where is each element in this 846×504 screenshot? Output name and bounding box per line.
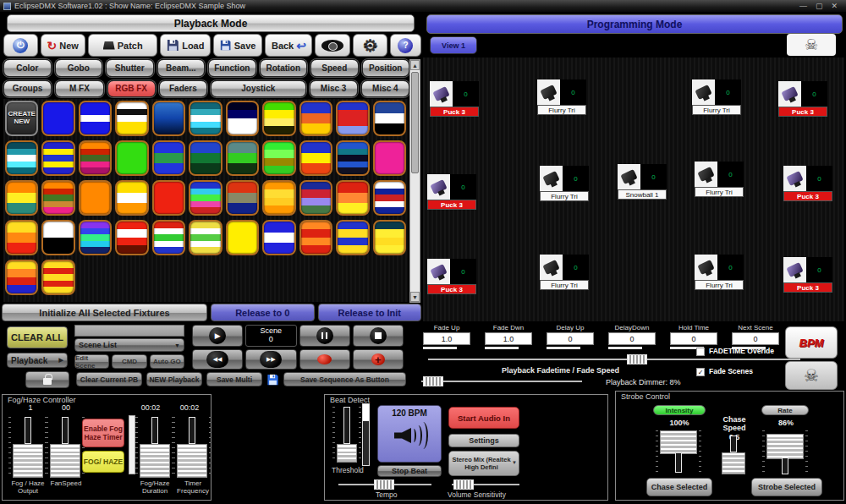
color-fx-swatch[interactable] [5,220,38,255]
fixture-puck-3[interactable]: 0Puck 3 [427,259,476,294]
tab-m-fx[interactable]: M FX [55,80,103,98]
chase-speed-fader[interactable] [722,436,745,474]
color-fx-swatch[interactable] [262,220,295,255]
fadetime-slider-thumb[interactable] [627,354,647,364]
fog-output-fader[interactable] [13,417,43,478]
rate-fader-grip[interactable] [766,434,804,459]
intensity-fader[interactable] [660,430,697,474]
fade-field-slider[interactable] [547,347,580,349]
dimmer-slider-thumb[interactable] [423,376,443,386]
intensity-pill-button[interactable]: Intensity [653,405,706,415]
threshold-fader-grip[interactable] [337,444,357,463]
color-fx-swatch[interactable] [336,101,369,136]
color-fx-swatch[interactable] [79,180,112,216]
minimize-button[interactable]: — [799,2,807,10]
color-fx-swatch[interactable] [152,220,185,255]
fade-field-input[interactable]: 0 [670,332,717,345]
maximize-button[interactable]: ▢ [816,2,823,10]
tab-speed[interactable]: Speed [310,59,359,77]
color-fx-swatch[interactable] [5,180,38,216]
tab-joystick[interactable]: Joystick [211,80,306,98]
color-fx-swatch[interactable] [226,140,259,176]
duration-fader-grip[interactable] [140,444,170,478]
tab-shutter[interactable]: Shutter [106,59,154,77]
programming-mode-header[interactable]: Programming Mode [426,14,843,34]
color-fx-swatch[interactable] [79,140,112,176]
color-fx-swatch[interactable] [152,140,185,176]
threshold-fader[interactable] [337,407,357,463]
pause-button[interactable] [299,325,350,347]
color-fx-swatch[interactable] [41,260,74,295]
tab-rotation[interactable]: Rotation [260,59,308,77]
color-fx-swatch[interactable] [336,180,369,216]
fixture-flurry-tri[interactable]: 0Flurry Tri [692,79,741,115]
playback-mode-header[interactable]: Playback Mode [7,14,415,32]
color-fx-swatch[interactable] [5,260,38,295]
fixture-puck-3[interactable]: 0Puck 3 [778,81,827,117]
frequency-fader[interactable] [177,417,207,478]
color-fx-swatch[interactable] [189,220,222,255]
color-fx-swatch[interactable] [373,101,406,136]
playback-menu-dropdown[interactable]: Playback ▶ [7,353,68,368]
color-fx-swatch[interactable] [373,220,406,255]
dimmer-slider[interactable] [421,376,582,386]
rate-pill-button[interactable]: Rate [761,405,809,415]
tempo-slider-thumb[interactable] [374,479,394,490]
back-button[interactable]: Back ↩ [265,34,312,57]
release-to-0-button[interactable]: Release to 0 [211,304,315,321]
color-fx-swatch[interactable] [41,180,74,216]
save-button[interactable]: Save [213,34,262,57]
lock-button[interactable] [25,371,69,388]
power-button[interactable]: ⏻ [3,34,38,57]
bpm-button[interactable]: BPM [785,326,838,359]
tab-gobo[interactable]: Gobo [55,59,103,77]
color-fx-swatch[interactable] [226,180,259,216]
scroll-down-icon[interactable]: ▼ [410,292,420,302]
palette-scrollbar[interactable]: ▲ ▼ [409,59,420,303]
color-fx-swatch[interactable] [299,140,332,176]
fade-field-slider[interactable] [608,347,642,349]
auto-go-button[interactable]: Auto GO [150,354,184,369]
tab-rgb-fx[interactable]: RGB FX [107,80,156,98]
color-fx-swatch[interactable] [262,140,295,176]
stop-beat-button[interactable]: Stop Beat [377,465,442,477]
fixture-flurry-tri[interactable]: 0Flurry Tri [537,79,586,115]
save-sequence-as-button[interactable]: Save Sequence As Button [283,372,406,386]
color-fx-swatch[interactable] [373,140,406,176]
tab-misc-4[interactable]: Misc 4 [361,80,409,98]
create-new-swatch[interactable]: CREATE NEW [5,101,38,136]
volume-slider-thumb[interactable] [453,479,474,490]
rate-fader[interactable] [766,430,804,474]
initialize-all-button[interactable]: Initialize All Selected Fixtures [2,304,207,321]
scrollbar-thumb[interactable] [411,72,419,173]
color-fx-swatch[interactable] [115,220,148,255]
fade-field-input[interactable]: 0 [732,332,779,345]
help-button[interactable]: ? [390,34,421,57]
tab-groups[interactable]: Groups [3,80,52,98]
duration-fader[interactable] [140,417,170,478]
color-fx-swatch[interactable] [115,101,148,136]
audio-device-dropdown[interactable]: Stereo Mix (Realtek High Defini ▼ [448,451,519,476]
fanspeed-fader[interactable] [50,417,80,478]
fade-scenes-checkbox[interactable]: ✓ [696,368,705,376]
color-fx-swatch[interactable] [336,140,369,176]
tab-position[interactable]: Position [362,59,410,77]
color-fx-swatch[interactable] [262,180,295,216]
fog-haze-button[interactable]: FOG/ HAZE [82,451,124,473]
tab-color[interactable]: Color [3,59,52,77]
record-button[interactable] [299,349,350,370]
color-fx-swatch[interactable] [189,180,222,216]
cmd-button[interactable]: CMD [112,354,146,369]
tab-faders[interactable]: Faders [159,80,207,98]
color-fx-swatch[interactable] [299,180,332,216]
fadetime-override-checkbox[interactable] [696,348,705,356]
start-audio-in-button[interactable]: Start Audio In [448,407,519,429]
color-fx-swatch[interactable] [189,101,222,136]
color-fx-swatch[interactable] [41,140,74,176]
color-fx-swatch[interactable] [152,180,185,216]
tempo-slider[interactable] [338,479,431,490]
fixture-flurry-tri[interactable]: 0Flurry Tri [540,166,589,201]
play-button[interactable]: ▶ [192,325,243,347]
logo-button-2[interactable]: ☠ [785,361,838,390]
color-fx-swatch[interactable] [115,140,148,176]
